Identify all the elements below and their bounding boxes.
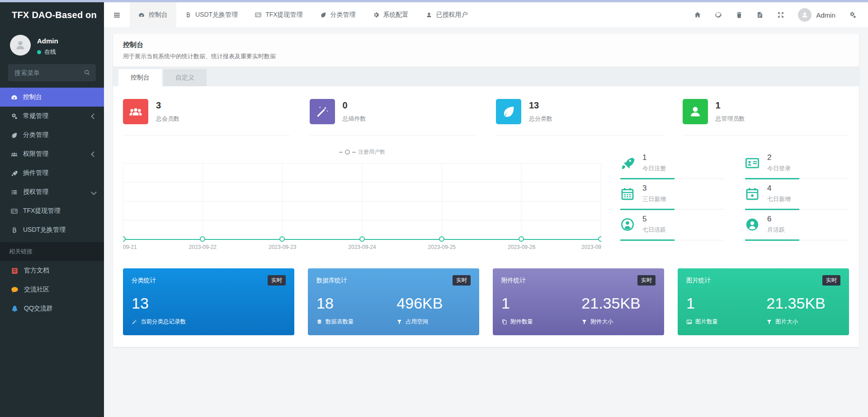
card-second-value: 21.35KB <box>581 295 640 311</box>
panel-body: 3 总会员数 0 总插件数 <box>113 86 859 347</box>
users-icon <box>11 151 18 158</box>
stat-total-admins: 1 总管理员数 <box>683 99 849 136</box>
sidebar-item-general[interactable]: 常规管理 <box>0 107 104 126</box>
tab-dashboard[interactable]: 控制台 <box>118 69 162 86</box>
x-tick-label: 2023-09-22 <box>189 244 217 250</box>
mini-stats-grid: 1 今日注册 2 今日登录 3 <box>620 148 849 252</box>
topnav-tab-authorized-users[interactable]: 已授权用户 <box>417 2 476 28</box>
settings-button[interactable] <box>849 11 856 19</box>
sidebar-link-docs[interactable]: 官方文档 <box>0 261 104 280</box>
topnav-tab-label: 系统配置 <box>383 11 409 19</box>
sidebar-item-usdt-exchange[interactable]: USDT兑换管理 <box>0 220 104 239</box>
id-card-icon <box>745 156 760 170</box>
stat-icon-box <box>123 99 148 124</box>
sidebar-item-auth[interactable]: 权限管理 <box>0 145 104 164</box>
topnav-tab-usdt-exchange[interactable]: USDT兑换管理 <box>176 2 246 28</box>
search-icon[interactable] <box>84 69 90 76</box>
sidebar-item-license[interactable]: 授权管理 <box>0 183 104 201</box>
middle-row: 注册用户数 09-21 2023-09-22 2023-0 <box>123 148 849 252</box>
x-tick-label: 2023-09-25 <box>428 244 456 250</box>
sidebar-item-label: 分类管理 <box>23 131 48 139</box>
mini-stat-today-logins: 2 今日登录 <box>745 148 849 179</box>
home-icon <box>694 11 701 19</box>
sidebar-toggle-button[interactable] <box>104 11 130 19</box>
chevron-left-icon <box>91 113 97 119</box>
sidebar-item-category[interactable]: 分类管理 <box>0 126 104 145</box>
topnav-tab-category[interactable]: 分类管理 <box>311 2 364 28</box>
topnav-tab-tfx-withdraw[interactable]: TFX提现管理 <box>246 2 311 28</box>
realtime-badge: 实时 <box>453 275 471 286</box>
topnav-tab-dashboard[interactable]: 控制台 <box>130 2 176 28</box>
card-value: 1 <box>501 295 581 311</box>
sidebar-user-panel: Admin 在线 <box>0 28 104 61</box>
clear-cache-button[interactable] <box>736 11 743 19</box>
id-card-icon <box>11 208 18 215</box>
sidebar-link-label: QQ交流群 <box>24 305 53 313</box>
stat-label: 总管理员数 <box>716 115 745 123</box>
magic-icon <box>132 319 137 325</box>
topnav-tab-label: USDT兑换管理 <box>195 11 238 19</box>
mini-stat-7day-active: 5 七日活跃 <box>620 210 724 240</box>
mini-stat-value: 3 <box>642 184 666 193</box>
leaf-icon <box>320 12 326 18</box>
registered-users-chart: 注册用户数 09-21 2023-09-22 2023-0 <box>123 148 601 252</box>
topnav-tab-label: 已授权用户 <box>436 11 468 19</box>
page-title: 控制台 <box>123 41 849 49</box>
main-content: 控制台 用于展示当前系统中的统计数据、统计报表及重要实时数据 控制台 自定义 3… <box>104 28 868 417</box>
filter-icon <box>766 319 772 325</box>
gears-icon <box>11 113 18 120</box>
sidebar: TFX DAO-Based on Admin 在线 控制台 常规管理 <box>0 2 104 417</box>
bitcoin-icon <box>11 227 18 234</box>
user-status-label: 在线 <box>44 48 56 56</box>
leaf-icon <box>11 132 18 139</box>
docs-button[interactable] <box>756 11 764 19</box>
online-dot <box>37 50 41 54</box>
filter-icon <box>396 319 402 325</box>
topnav-tab-system-config[interactable]: 系统配置 <box>364 2 417 28</box>
sidebar-link-label: 交流社区 <box>24 286 49 294</box>
mini-stat-value: 4 <box>767 184 791 193</box>
refresh-button[interactable] <box>715 11 722 19</box>
sidebar-item-dashboard[interactable]: 控制台 <box>0 88 104 107</box>
sidebar-item-tfx-withdraw[interactable]: TFX提现管理 <box>0 201 104 220</box>
panel-header: 控制台 用于展示当前系统中的统计数据、统计报表及重要实时数据 <box>113 34 859 66</box>
card-value: 18 <box>316 295 396 311</box>
topbar-user-menu[interactable]: Admin <box>798 8 835 22</box>
mini-stat-value: 1 <box>642 153 666 162</box>
stat-total-addons: 0 总插件数 <box>310 99 476 136</box>
stat-value: 3 <box>156 100 179 111</box>
card-title: 分类统计 <box>132 276 156 285</box>
fullscreen-button[interactable] <box>777 11 784 19</box>
x-tick-label: 2023-09 <box>581 244 601 250</box>
summary-cards-row: 分类统计 实时 13 当前分类总记录数 数据库统计 <box>123 268 849 335</box>
logo-bold-text: TFX <box>12 10 29 20</box>
chevron-left-icon <box>91 151 97 157</box>
search-input[interactable] <box>8 64 96 81</box>
topbar-avatar <box>798 8 811 22</box>
card-attachment-stats: 附件统计 实时 1 21.35KB 附件数量 <box>493 268 664 335</box>
list-icon <box>11 189 18 196</box>
card-second-value: 21.35KB <box>766 295 825 311</box>
card-second-label: 图片大小 <box>775 318 798 326</box>
home-button[interactable] <box>694 11 701 19</box>
card-image-stats: 图片统计 实时 1 21.35KB 图片数量 <box>678 268 849 335</box>
stat-value: 13 <box>529 100 552 111</box>
realtime-badge: 实时 <box>822 275 840 286</box>
sidebar-item-label: 插件管理 <box>23 169 48 177</box>
user-avatar[interactable] <box>10 35 31 56</box>
stat-icon-box <box>496 99 521 124</box>
sidebar-item-addon[interactable]: 插件管理 <box>0 164 104 183</box>
mini-stat-7day-new: 4 七日新增 <box>745 179 849 210</box>
topnav-tab-label: TFX提现管理 <box>265 11 302 19</box>
sidebar-link-community[interactable]: 交流社区 <box>0 280 104 299</box>
sidebar-link-qq-group[interactable]: QQ交流群 <box>0 299 104 318</box>
image-icon <box>686 319 692 325</box>
chart-legend[interactable]: 注册用户数 <box>123 148 601 156</box>
trash-icon <box>736 11 743 19</box>
card-title: 数据库统计 <box>316 276 347 285</box>
app-logo[interactable]: TFX DAO-Based on <box>0 2 104 28</box>
realtime-badge: 实时 <box>268 275 286 286</box>
logo-rest-text: DAO-Based on <box>32 10 97 20</box>
tab-custom[interactable]: 自定义 <box>163 69 207 86</box>
mini-stat-label: 今日注册 <box>642 164 666 173</box>
